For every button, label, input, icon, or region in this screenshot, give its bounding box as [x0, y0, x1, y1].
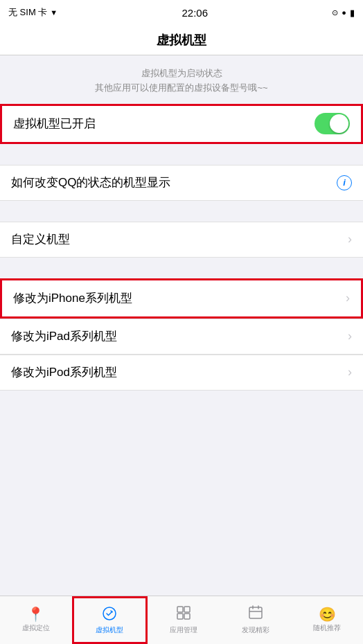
toggle-label: 虚拟机型已开启 — [13, 116, 315, 132]
chevron-icon-iphone: › — [346, 291, 350, 305]
ipad-label: 修改为iPad系列机型 — [11, 328, 348, 344]
description-area: 虚拟机型为启动状态 其他应用可以使用配置的虚拟设备型号哦~~ — [0, 55, 363, 104]
toggle-switch[interactable] — [315, 113, 350, 134]
ipad-row[interactable]: 修改为iPad系列机型 › — [0, 319, 363, 355]
ipod-label: 修改为iPod系列机型 — [11, 364, 348, 380]
page-title: 虚拟机型 — [157, 32, 206, 48]
tab-random-label: 随机推荐 — [313, 623, 341, 633]
iphone-row-highlighted: 修改为iPhone系列机型 › — [0, 278, 363, 319]
svg-rect-2 — [184, 607, 190, 612]
tab-discover[interactable]: 发现精彩 — [220, 596, 292, 644]
status-time: 22:06 — [182, 7, 209, 19]
main-content: 虚拟机型为启动状态 其他应用可以使用配置的虚拟设备型号哦~~ 虚拟机型已开启 如… — [0, 55, 363, 596]
tab-discover-label: 发现精彩 — [242, 625, 269, 635]
status-right: ⊙ ● ▮ — [332, 8, 355, 18]
chevron-icon-ipod: › — [348, 365, 352, 379]
model-icon — [102, 606, 117, 623]
tab-bar: 📍 虚拟定位 虚拟机型 应用管理 — [0, 596, 363, 644]
nav-bar: 虚拟机型 — [0, 25, 363, 55]
toggle-section-highlighted: 虚拟机型已开启 — [0, 104, 363, 144]
tab-model-label: 虚拟机型 — [96, 625, 123, 635]
toggle-knob — [330, 114, 348, 133]
status-bar: 无 SIM 卡 ▼ 22:06 ⊙ ● ▮ — [0, 0, 363, 25]
random-icon: 😊 — [319, 607, 336, 621]
iphone-label: 修改为iPhone系列机型 — [13, 290, 346, 306]
tab-location[interactable]: 📍 虚拟定位 — [0, 596, 72, 644]
info-icon[interactable]: i — [337, 175, 352, 190]
spacer1 — [0, 144, 363, 165]
battery-icon: ▮ — [350, 8, 355, 18]
chevron-icon-ipad: › — [348, 329, 352, 343]
chevron-icon-custom: › — [348, 232, 352, 247]
tab-model[interactable]: 虚拟机型 — [72, 596, 148, 644]
iphone-row[interactable]: 修改为iPhone系列机型 › — [2, 280, 361, 316]
description-line2: 其他应用可以使用配置的虚拟设备型号哦~~ — [14, 81, 349, 96]
custom-model-label: 自定义机型 — [11, 231, 348, 247]
svg-rect-5 — [249, 607, 262, 618]
tab-location-label: 虚拟定位 — [22, 623, 50, 633]
status-left: 无 SIM 卡 ▼ — [8, 6, 57, 19]
svg-rect-1 — [177, 607, 183, 612]
tab-random[interactable]: 😊 随机推荐 — [291, 596, 363, 644]
apps-icon — [176, 605, 191, 623]
tab-apps-label: 应用管理 — [170, 625, 197, 635]
ipod-row[interactable]: 修改为iPod系列机型 › — [0, 355, 363, 391]
circle-icon1: ⊙ — [332, 8, 338, 17]
how-to-change-label: 如何改变QQ的状态的机型显示 — [11, 175, 337, 190]
svg-rect-3 — [177, 614, 183, 619]
how-to-change-row[interactable]: 如何改变QQ的状态的机型显示 i — [0, 165, 363, 201]
svg-rect-4 — [184, 614, 190, 619]
custom-model-row[interactable]: 自定义机型 › — [0, 222, 363, 258]
spacer2 — [0, 201, 363, 222]
location-icon: 📍 — [27, 607, 44, 621]
sim-status: 无 SIM 卡 — [8, 6, 47, 19]
description-line1: 虚拟机型为启动状态 — [14, 66, 349, 81]
discover-icon — [248, 605, 263, 623]
tab-apps[interactable]: 应用管理 — [148, 596, 220, 644]
spacer3 — [0, 258, 363, 278]
circle-icon2: ● — [342, 8, 346, 17]
wifi-icon: ▼ — [50, 8, 57, 17]
toggle-row[interactable]: 虚拟机型已开启 — [2, 106, 361, 142]
